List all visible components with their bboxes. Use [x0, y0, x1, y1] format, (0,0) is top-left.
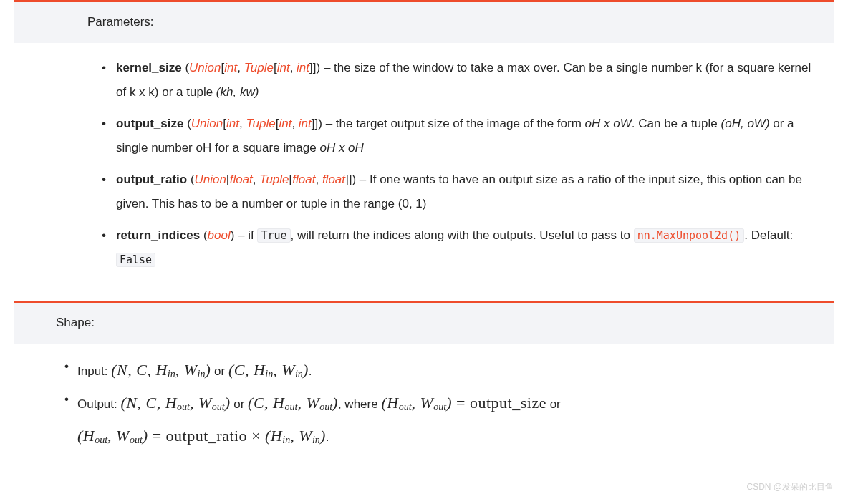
parameters-body: kernel_size (Union[int, Tuple[int, int]]…: [14, 43, 834, 272]
math-tuple-nchw-out: (N, C, Hout, Wout): [121, 394, 231, 412]
math-tuple-nchw-in: (N, C, Hin, Win): [111, 361, 211, 379]
or-text-1: or: [214, 364, 225, 378]
param-name: return_indices: [116, 228, 200, 242]
shape-heading: Shape:: [14, 303, 834, 344]
parameters-section: Parameters: kernel_size (Union[int, Tupl…: [14, 0, 834, 272]
param-type: Union[float, Tuple[float, float]]: [195, 173, 352, 186]
math-hw-out-1: (Hout, Wout) = output_size: [381, 394, 546, 412]
shape-input-item: Input: (N, C, Hin, Win) or (C, Hin, Win)…: [77, 354, 819, 387]
param-name: kernel_size: [116, 61, 182, 74]
math-tuple-chw-out: (C, Hout, Wout): [248, 394, 338, 412]
param-item-output_ratio: output_ratio (Union[float, Tuple[float, …: [116, 168, 819, 216]
param-name: output_ratio: [116, 173, 187, 186]
math-tuple-chw-in: (C, Hin, Win): [228, 361, 309, 379]
or-text-3: or: [550, 397, 561, 411]
watermark: CSDN @发呆的比目鱼: [746, 480, 834, 481]
shape-output-item: Output: (N, C, Hout, Wout) or (C, Hout, …: [77, 387, 819, 452]
math-hw-out-2: (Hout, Wout) = output_ratio × (Hin, Win): [77, 427, 326, 445]
param-type: Union[int, Tuple[int, int]]: [191, 117, 318, 130]
param-name: output_size: [116, 117, 183, 130]
param-type: Union[int, Tuple[int, int]]: [189, 61, 316, 74]
parameters-heading: Parameters:: [14, 2, 834, 43]
param-item-return_indices: return_indices (bool) – if True, will re…: [116, 223, 819, 272]
shape-body: Input: (N, C, Hin, Win) or (C, Hin, Win)…: [14, 344, 834, 453]
shape-section: Shape: Input: (N, C, Hin, Win) or (C, Hi…: [14, 301, 834, 452]
shape-input-label: Input:: [77, 364, 108, 378]
shape-output-label: Output:: [77, 397, 117, 411]
shape-list: Input: (N, C, Hin, Win) or (C, Hin, Win)…: [56, 354, 819, 453]
where-text: , where: [338, 397, 378, 411]
parameters-list: kernel_size (Union[int, Tuple[int, int]]…: [87, 56, 819, 272]
or-text-2: or: [233, 397, 244, 411]
param-item-output_size: output_size (Union[int, Tuple[int, int]]…: [116, 112, 819, 160]
param-type: bool: [208, 228, 231, 242]
param-item-kernel_size: kernel_size (Union[int, Tuple[int, int]]…: [116, 56, 819, 105]
